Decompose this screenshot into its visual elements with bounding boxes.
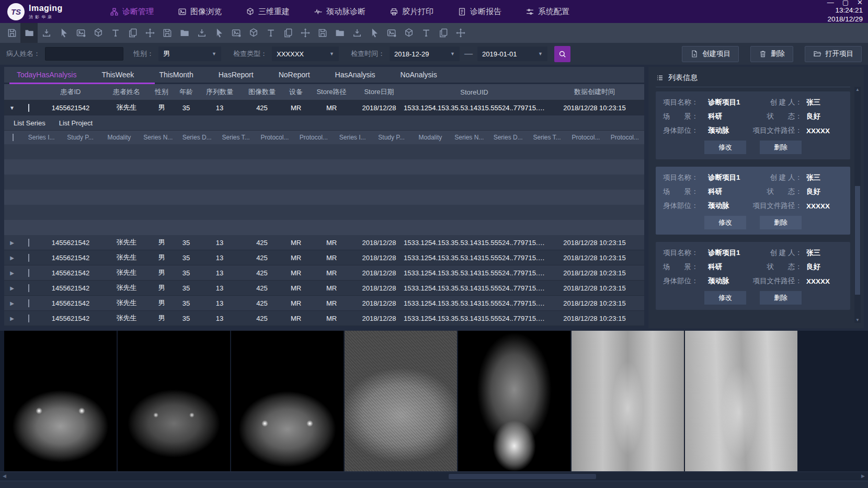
open-folder-icon[interactable] bbox=[20, 23, 38, 43]
row-checkbox[interactable] bbox=[28, 104, 29, 112]
expand-arrow-icon[interactable]: ▶ bbox=[4, 270, 20, 276]
minimize-button[interactable]: — bbox=[827, 0, 834, 6]
scrollbar-thumb[interactable] bbox=[449, 474, 596, 479]
table-row[interactable]: ▶ 1455621542 张先生 男 35 13 425 MR MR 2018/… bbox=[4, 281, 644, 296]
menu-item-diagnosis-management[interactable]: 诊断管理 bbox=[110, 7, 154, 17]
menu-item-diagnosis-report[interactable]: 诊断报告 bbox=[458, 7, 501, 17]
open-folder-icon[interactable] bbox=[176, 23, 193, 43]
horizontal-scrollbar[interactable]: ◀ ▶ bbox=[0, 472, 868, 481]
panel-scrollbar[interactable]: ▲ ▼ bbox=[854, 87, 861, 323]
cube-3d-icon[interactable] bbox=[89, 23, 107, 43]
copy-doc-icon[interactable] bbox=[435, 23, 452, 43]
cube-3d-icon[interactable] bbox=[245, 23, 262, 43]
subtab-list-series[interactable]: List Series bbox=[14, 119, 45, 127]
tab-this-month[interactable]: ThisMonth bbox=[146, 71, 205, 79]
date-from-select[interactable]: 2018-12-29 ▼ bbox=[390, 47, 460, 61]
patient-name-input[interactable] bbox=[45, 47, 123, 61]
cursor-icon[interactable] bbox=[366, 23, 383, 43]
tab-this-week[interactable]: ThisWeek bbox=[89, 71, 146, 79]
image-annotate-icon[interactable] bbox=[383, 23, 400, 43]
menu-item-system-config[interactable]: 系统配置 bbox=[526, 7, 569, 17]
gender-select[interactable]: 男 ▼ bbox=[158, 47, 221, 61]
create-project-button[interactable]: 创建项目 bbox=[682, 46, 739, 62]
save-icon[interactable] bbox=[158, 23, 176, 43]
cursor-icon[interactable] bbox=[55, 23, 72, 43]
table-row[interactable]: ▶ 1455621542 张先生 男 35 13 425 MR MR 2018/… bbox=[4, 311, 644, 326]
study-row-expanded[interactable]: ▼ 1455621542 张先生 男 35 13 425 MR MR 2018/… bbox=[4, 100, 644, 115]
maximize-button[interactable]: ▢ bbox=[842, 0, 849, 6]
table-row[interactable]: ▶ 1455621542 张先生 男 35 13 425 MR MR 2018/… bbox=[4, 296, 644, 311]
menu-item-film-print[interactable]: 胶片打印 bbox=[390, 7, 433, 17]
expand-arrow-icon[interactable]: ▶ bbox=[4, 316, 20, 321]
scroll-left-icon[interactable]: ◀ bbox=[3, 473, 6, 479]
project-card[interactable]: 项目名称： 诊断项目1 创 建 人： 张三 场 景： 科研 状 态： 良好 身体… bbox=[656, 91, 850, 159]
table-row[interactable]: ▶ 1455621542 张先生 男 35 13 425 MR MR 2018/… bbox=[4, 250, 644, 265]
copy-doc-icon[interactable] bbox=[124, 23, 141, 43]
text-icon[interactable] bbox=[107, 23, 124, 43]
text-icon[interactable] bbox=[262, 23, 279, 43]
modify-button[interactable]: 修改 bbox=[704, 291, 746, 305]
scroll-down-icon[interactable]: ▼ bbox=[854, 318, 861, 322]
mri-thumbnail[interactable] bbox=[345, 331, 457, 471]
row-checkbox[interactable] bbox=[28, 269, 29, 277]
import-icon[interactable] bbox=[348, 23, 366, 43]
row-checkbox[interactable] bbox=[28, 239, 29, 247]
mri-thumbnail[interactable] bbox=[4, 331, 117, 471]
exam-type-select[interactable]: XXXXXX ▼ bbox=[272, 47, 339, 61]
save-icon[interactable] bbox=[314, 23, 331, 43]
open-project-button[interactable]: 打开项目 bbox=[805, 46, 862, 62]
row-checkbox[interactable] bbox=[28, 299, 29, 307]
delete-button[interactable]: 删除 bbox=[760, 291, 802, 305]
tab-today-has-analysis[interactable]: TodayHasAnalysis bbox=[4, 71, 89, 79]
delete-button[interactable]: 删除 bbox=[760, 216, 802, 229]
tab-no-report[interactable]: NoReport bbox=[266, 71, 323, 79]
move-icon[interactable] bbox=[141, 23, 158, 43]
delete-button[interactable]: 删除 bbox=[760, 141, 802, 154]
open-folder-icon[interactable] bbox=[331, 23, 348, 43]
row-checkbox[interactable] bbox=[28, 315, 29, 322]
tab-no-analysis[interactable]: NoAnalysis bbox=[388, 71, 450, 79]
import-icon[interactable] bbox=[38, 23, 55, 43]
project-card[interactable]: 项目名称： 诊断项目1 创 建 人： 张三 场 景： 科研 状 态： 良好 身体… bbox=[656, 167, 850, 235]
mri-thumbnail[interactable] bbox=[685, 331, 797, 471]
close-button[interactable]: ✕ bbox=[857, 0, 863, 6]
subtab-list-project[interactable]: List Project bbox=[59, 119, 93, 127]
project-card[interactable]: 项目名称： 诊断项目1 创 建 人： 张三 场 景： 科研 状 态： 良好 身体… bbox=[656, 242, 850, 310]
mri-thumbnail[interactable] bbox=[118, 331, 230, 471]
copy-doc-icon[interactable] bbox=[279, 23, 296, 43]
row-checkbox[interactable] bbox=[28, 254, 29, 262]
expand-arrow-icon[interactable]: ▶ bbox=[4, 240, 20, 246]
expand-arrow-icon[interactable]: ▶ bbox=[4, 255, 20, 261]
table-row[interactable]: ▶ 1455621542 张先生 男 35 13 425 MR MR 2018/… bbox=[4, 235, 644, 250]
menu-item-carotid-diagnosis[interactable]: 颈动脉诊断 bbox=[314, 7, 366, 17]
image-annotate-icon[interactable] bbox=[72, 23, 89, 43]
delete-button[interactable]: 删除 bbox=[750, 46, 793, 62]
image-annotate-icon[interactable] bbox=[227, 23, 245, 43]
cursor-icon[interactable] bbox=[210, 23, 227, 43]
date-to-select[interactable]: 2019-01-01 ▼ bbox=[477, 47, 547, 61]
select-all-checkbox[interactable] bbox=[13, 134, 14, 141]
table-row[interactable]: ▶ 1455621542 张先生 男 35 13 425 MR MR 2018/… bbox=[4, 265, 644, 281]
expand-arrow-icon[interactable]: ▶ bbox=[4, 300, 20, 306]
expand-arrow-icon[interactable]: ▶ bbox=[4, 285, 20, 291]
mri-thumbnail[interactable] bbox=[231, 331, 344, 471]
cube-3d-icon[interactable] bbox=[400, 23, 417, 43]
menu-item-image-browse[interactable]: 图像浏览 bbox=[178, 7, 222, 17]
move-icon[interactable] bbox=[452, 23, 469, 43]
tab-has-analysis[interactable]: HasAnalysis bbox=[323, 71, 388, 79]
modify-button[interactable]: 修改 bbox=[704, 141, 746, 154]
collapse-arrow-icon[interactable]: ▼ bbox=[4, 105, 20, 111]
scrollbar-thumb[interactable] bbox=[855, 186, 860, 295]
mri-thumbnail[interactable] bbox=[458, 331, 570, 471]
search-button[interactable] bbox=[554, 46, 570, 62]
tab-has-report[interactable]: HasReport bbox=[206, 71, 266, 79]
import-icon[interactable] bbox=[193, 23, 210, 43]
save-icon[interactable] bbox=[3, 23, 20, 43]
row-checkbox[interactable] bbox=[28, 284, 29, 292]
text-icon[interactable] bbox=[417, 23, 435, 43]
modify-button[interactable]: 修改 bbox=[704, 216, 746, 229]
move-icon[interactable] bbox=[296, 23, 314, 43]
scroll-up-icon[interactable]: ▲ bbox=[854, 87, 861, 92]
menu-item-3d-reconstruction[interactable]: 三维重建 bbox=[246, 7, 290, 17]
mri-thumbnail[interactable] bbox=[572, 331, 684, 471]
